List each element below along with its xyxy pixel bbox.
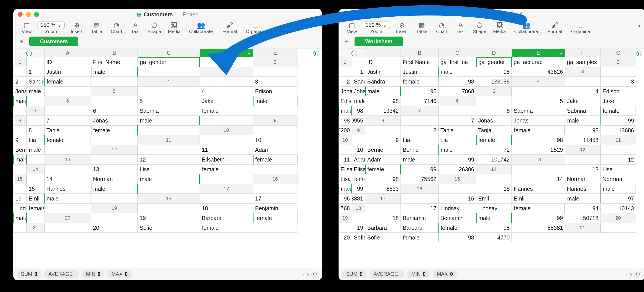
column-header-A[interactable]: A: [44, 49, 91, 57]
cell-gender[interactable]: male: [44, 194, 91, 203]
cell-gender[interactable]: male: [253, 96, 298, 106]
cell-ga-samples[interactable]: 7868: [438, 86, 476, 96]
fullscreen-icon[interactable]: [34, 12, 39, 17]
row-header[interactable]: 16: [401, 184, 438, 194]
cell-A[interactable]: [13, 184, 27, 194]
cell-E[interactable]: [138, 67, 200, 77]
cell-ga-name[interactable]: Sofie: [365, 233, 401, 242]
shape-button[interactable]: ⬠Shape: [144, 21, 164, 34]
cell-ga-gender[interactable]: male: [438, 145, 476, 155]
cell-ga-accuracy[interactable]: 98: [352, 106, 365, 116]
cell-id[interactable]: 11: [338, 155, 352, 164]
column-header-G[interactable]: G: [600, 49, 636, 57]
cell-id[interactable]: 9: [13, 135, 27, 145]
cell-ga-gender[interactable]: male: [476, 213, 512, 223]
cell-name[interactable]: Tanja: [438, 125, 476, 135]
next-button[interactable]: ›: [630, 271, 632, 278]
cell-ga-name[interactable]: Benjamin: [438, 213, 476, 223]
cell-id[interactable]: 4: [200, 86, 253, 96]
cell-id[interactable]: 16: [13, 194, 27, 203]
cell-A[interactable]: [44, 106, 91, 116]
row-header[interactable]: 20: [600, 213, 636, 223]
cell-ga-gender[interactable]: male: [352, 96, 365, 106]
row-header[interactable]: 18: [138, 194, 200, 203]
cell-ga-accuracy[interactable]: 98: [365, 96, 401, 106]
cell-name[interactable]: Elisabeth: [338, 164, 352, 174]
cell-name[interactable]: Barbara: [200, 213, 253, 223]
prev-button[interactable]: ‹: [302, 271, 304, 278]
cell-ga-name[interactable]: Norman: [600, 174, 636, 184]
row-header[interactable]: 14: [27, 164, 44, 174]
cell-name[interactable]: Lisa: [138, 164, 200, 174]
table-button[interactable]: ▦Table: [86, 21, 106, 34]
cell-A[interactable]: [352, 213, 365, 223]
cell-A[interactable]: [600, 223, 636, 233]
cell-id[interactable]: 17: [401, 203, 438, 213]
row-header[interactable]: 10: [200, 125, 253, 135]
cell-E[interactable]: [200, 174, 253, 184]
add-column-handle[interactable]: [636, 50, 642, 56]
cell-A[interactable]: [200, 135, 253, 145]
cell-ga-name[interactable]: Hannes: [565, 184, 600, 194]
cell-ga-name[interactable]: Lia: [438, 135, 476, 145]
row-header[interactable]: 19: [338, 213, 352, 223]
select-all-handle[interactable]: [26, 50, 32, 56]
row-header[interactable]: 8: [13, 116, 27, 125]
row-header[interactable]: 13: [512, 155, 565, 164]
cell-name[interactable]: Bernie: [13, 145, 27, 155]
cell-name[interactable]: Hannes: [512, 184, 565, 194]
insert-button[interactable]: ⊕Insert: [66, 21, 86, 34]
cell-E[interactable]: [13, 106, 27, 116]
row-header[interactable]: 12: [565, 145, 600, 155]
cell-gender[interactable]: male: [138, 174, 200, 184]
cell-A[interactable]: [27, 174, 44, 184]
cell-gender[interactable]: male: [91, 67, 138, 77]
prev-button[interactable]: ‹: [626, 271, 628, 278]
row-header[interactable]: 3: [565, 67, 600, 77]
cell-ga-samples[interactable]: 19342: [365, 106, 401, 116]
row-header[interactable]: 14: [476, 164, 512, 174]
cell-name[interactable]: Sandra: [352, 77, 365, 86]
cell-A[interactable]: [91, 96, 138, 106]
cell-name[interactable]: Lisa: [600, 164, 636, 174]
cell-ga-samples[interactable]: 4770: [476, 233, 512, 242]
cell-ga-samples[interactable]: 26306: [438, 164, 476, 174]
sum-chip[interactable]: SUM0: [342, 270, 366, 278]
cell-E[interactable]: [13, 223, 27, 233]
cell-ga-samples[interactable]: 2529: [512, 145, 565, 155]
cell-A[interactable]: [338, 145, 352, 155]
cell-ga-accuracy[interactable]: 98: [438, 233, 476, 242]
cell-gender[interactable]: male: [13, 96, 27, 106]
cell-E[interactable]: [44, 86, 91, 96]
cell-ga-samples[interactable]: 10143: [600, 203, 636, 213]
cell-id[interactable]: 9: [365, 135, 401, 145]
cell-name[interactable]: Jonas: [476, 116, 512, 125]
cell-E[interactable]: [253, 106, 298, 116]
cell-id[interactable]: 10: [253, 135, 298, 145]
cell-E[interactable]: [91, 135, 138, 145]
row-header[interactable]: 9: [352, 125, 365, 135]
cell-E[interactable]: [44, 145, 91, 155]
cell-ga-gender[interactable]: female: [476, 135, 512, 145]
cell-A[interactable]: [512, 164, 565, 174]
cell-E[interactable]: [138, 184, 200, 194]
cell-id[interactable]: 4: [565, 86, 600, 96]
cell-A[interactable]: [138, 86, 200, 96]
cell-A[interactable]: [200, 194, 253, 203]
cell-A[interactable]: [91, 155, 138, 164]
cell-E[interactable]: [200, 116, 253, 125]
average-chip[interactable]: AVERAGE: [44, 270, 79, 278]
cell-ga-accuracy[interactable]: 98: [438, 77, 476, 86]
cell-A[interactable]: [91, 213, 138, 223]
row-header[interactable]: 11: [138, 135, 200, 145]
cell-name[interactable]: Johann: [338, 86, 352, 96]
header-ga-samples[interactable]: ga_samples: [565, 57, 600, 67]
cell-ga-name[interactable]: Adam: [365, 155, 401, 164]
cell-E[interactable]: [253, 223, 298, 233]
cell-E[interactable]: [27, 155, 44, 164]
cell-id[interactable]: 15: [476, 184, 512, 194]
cell-ga-accuracy[interactable]: 98: [338, 116, 352, 125]
cell-gender[interactable]: female: [91, 125, 138, 135]
row-header[interactable]: 12: [91, 145, 138, 155]
sum-chip[interactable]: SUM0: [17, 270, 41, 278]
